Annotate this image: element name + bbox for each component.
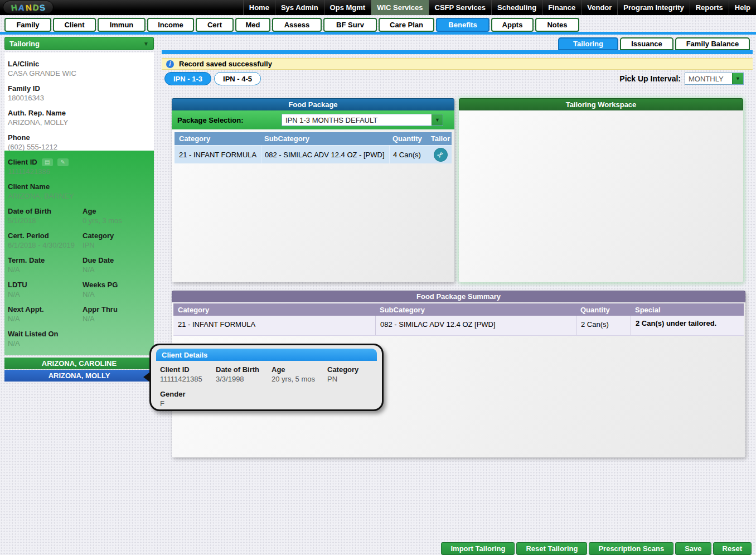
- tab-appts[interactable]: Appts: [491, 18, 534, 32]
- column-header: SubCategory: [261, 134, 389, 143]
- field-value: 11111421386: [8, 167, 151, 176]
- scissors-icon: ✂: [435, 149, 446, 160]
- chevron-down-icon[interactable]: ▼: [732, 73, 743, 84]
- tab-client[interactable]: Client: [53, 18, 96, 32]
- nav-item-wic-services[interactable]: WIC Services: [371, 0, 428, 15]
- package-selection-select[interactable]: IPN 1-3 MONTHS DEFAULT ▼: [282, 114, 443, 126]
- field-value: ARIZONA, MOLLY: [8, 118, 151, 127]
- wait-listed-field: Wait Listed On N/A: [8, 329, 151, 348]
- table-row[interactable]: 21 - INFANT FORMULA 082 - SIMILAC ADV 12…: [175, 145, 452, 163]
- reset-tailoring-button[interactable]: Reset Tailoring: [516, 542, 587, 555]
- tab-income[interactable]: Income: [147, 18, 194, 32]
- summary-table-header: Category SubCategory Quantity Special: [173, 303, 744, 316]
- field-value: IPN: [83, 240, 151, 250]
- tab-bf-surv[interactable]: BF Surv: [323, 18, 377, 32]
- tab-assess[interactable]: Assess: [272, 18, 322, 32]
- family-member-caroline[interactable]: ARIZONA, CAROLINE: [4, 358, 154, 369]
- field-label: Due Date: [83, 255, 151, 265]
- column-header: Special: [631, 306, 744, 314]
- cell-subcategory: 082 - SIMILAC ADV 12.4 OZ - [PWD]: [261, 146, 389, 163]
- pickup-interval-label: Pick Up Interval:: [619, 74, 681, 83]
- logo-letter: A: [18, 2, 25, 12]
- client-name-field: Client Name ARIZONA, BARNEY: [8, 182, 151, 201]
- tab-issuance[interactable]: Issuance: [620, 37, 673, 50]
- nav-item-sys-admin[interactable]: Sys Admin: [275, 0, 324, 15]
- table-row: 21 - INFANT FORMULA 082 - SIMILAC ADV 12…: [173, 316, 744, 336]
- field-label: Client ID: [160, 365, 216, 374]
- pickup-interval-select[interactable]: MONTHLY ▼: [685, 73, 744, 85]
- status-banner: i Record saved successfully: [162, 58, 753, 70]
- tab-med[interactable]: Med: [235, 18, 270, 32]
- field-label: Phone: [8, 133, 151, 142]
- chevron-down-icon[interactable]: ▼: [432, 114, 443, 126]
- field-label: Category: [327, 365, 373, 374]
- nav-item-finance[interactable]: Finance: [542, 0, 581, 15]
- nav-item-scheduling[interactable]: Scheduling: [491, 0, 542, 15]
- cell-special: 2 Can(s) under tailored.: [631, 316, 744, 335]
- tab-tailoring[interactable]: Tailoring: [558, 37, 618, 50]
- edit-icon[interactable]: ✎: [57, 158, 69, 166]
- popup-category-field: Category PN: [327, 365, 373, 384]
- reset-button[interactable]: Reset: [713, 542, 752, 555]
- nav-item-reports[interactable]: Reports: [690, 0, 729, 15]
- save-button[interactable]: Save: [675, 542, 711, 555]
- field-value: PN: [327, 374, 373, 384]
- benefit-view-tabs: Tailoring Issuance Family Balance: [162, 37, 753, 50]
- appr-thru-field: Appr Thru N/A: [83, 305, 151, 324]
- food-package-table-header: Category SubCategory Quantity Tailor: [175, 132, 452, 145]
- tab-benefits[interactable]: Benefits: [436, 18, 490, 32]
- import-tailoring-button[interactable]: Import Tailoring: [441, 542, 515, 555]
- field-value: 6/1/2018 - 4/30/2019: [8, 240, 75, 250]
- tab-immun[interactable]: Immun: [98, 18, 146, 32]
- client-card-icon[interactable]: ▤: [42, 158, 53, 166]
- la-clinic-field: LA/Clinic CASA GRANDE WIC: [8, 59, 151, 78]
- column-header: Category: [175, 134, 261, 143]
- hands-logo: H A N D S: [3, 1, 54, 14]
- field-label: Next Appt.: [8, 305, 83, 314]
- tab-cert[interactable]: Cert: [196, 18, 234, 32]
- nav-item-help[interactable]: Help: [729, 0, 756, 15]
- popup-pointer-icon: [143, 372, 150, 382]
- client-details-title: Client Details: [156, 349, 377, 361]
- client-info-panel: Client ID ▤ ✎ 11111421386 Client Name AR…: [4, 151, 154, 355]
- field-value: F: [160, 399, 216, 408]
- field-value: 20 yrs, 5 mos: [272, 374, 327, 384]
- pickup-interval-row: Pick Up Interval: MONTHLY ▼: [162, 73, 744, 85]
- nav-item-ops-mgmt[interactable]: Ops Mgmt: [324, 0, 371, 15]
- field-label: LDTU: [8, 280, 83, 289]
- cert-period-field: Cert. Period 6/1/2018 - 4/30/2019: [8, 231, 75, 250]
- info-icon: i: [166, 60, 174, 68]
- nav-item-vendor[interactable]: Vendor: [581, 0, 617, 15]
- family-member-molly[interactable]: ARIZONA, MOLLY: [4, 370, 154, 382]
- column-header: SubCategory: [375, 306, 576, 314]
- field-label: LA/Clinic: [8, 59, 151, 69]
- field-value: CASA GRANDE WIC: [8, 69, 151, 78]
- tab-family[interactable]: Family: [4, 18, 51, 32]
- weeks-pg-field: Weeks PG N/A: [83, 280, 151, 299]
- field-value: N/A: [83, 289, 151, 299]
- field-label: Auth. Rep. Name: [8, 108, 151, 118]
- popup-age-field: Age 20 yrs, 5 mos: [272, 365, 327, 384]
- tailor-scissors-button[interactable]: ✂: [434, 148, 448, 162]
- field-label: Appr Thru: [83, 305, 151, 314]
- ldtu-field: LDTU N/A: [8, 280, 83, 299]
- prescription-scans-button[interactable]: Prescription Scans: [589, 542, 673, 555]
- nav-item-csfp-services[interactable]: CSFP Services: [429, 0, 492, 15]
- column-header: Tailor: [429, 134, 452, 143]
- tab-notes[interactable]: Notes: [535, 18, 579, 32]
- client-details-popup: Client Details Client ID 11111421385 Dat…: [149, 344, 384, 411]
- field-label: Weeks PG: [83, 280, 151, 289]
- nav-item-program-integrity[interactable]: Program Integrity: [617, 0, 689, 15]
- column-header: Quantity: [576, 306, 631, 314]
- sidebar-section-dropdown[interactable]: Tailoring ▼: [4, 37, 154, 50]
- food-package-title: Food Package: [172, 98, 454, 110]
- chevron-down-icon: ▼: [143, 41, 149, 47]
- cell-quantity: 4 Can(s): [389, 146, 429, 163]
- tailoring-workspace-panel: Tailoring Workspace: [459, 98, 743, 282]
- tab-family-balance[interactable]: Family Balance: [675, 37, 750, 50]
- field-label: Category: [83, 231, 151, 240]
- pickup-interval-value: MONTHLY: [685, 73, 732, 84]
- tab-care-plan[interactable]: Care Plan: [379, 18, 434, 32]
- nav-item-home[interactable]: Home: [243, 0, 275, 15]
- field-value: N/A: [83, 265, 151, 274]
